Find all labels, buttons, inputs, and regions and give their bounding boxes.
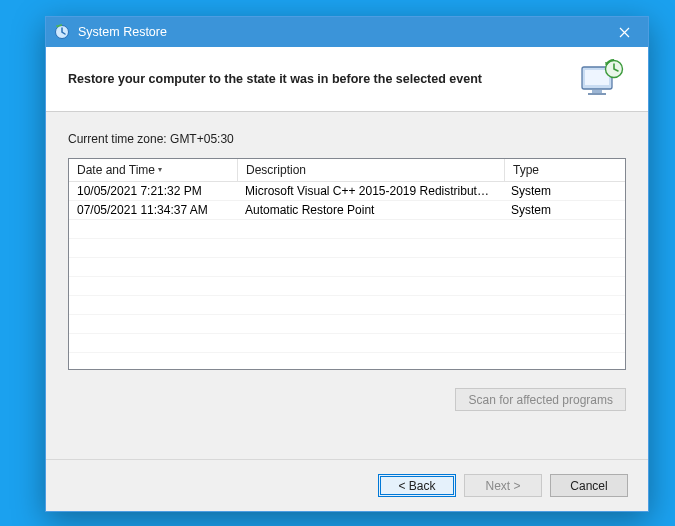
table-row[interactable]: 07/05/2021 11:34:37 AM Automatic Restore… bbox=[69, 201, 625, 220]
titlebar: System Restore bbox=[46, 17, 648, 47]
cancel-button[interactable]: Cancel bbox=[550, 474, 628, 497]
empty-row bbox=[69, 220, 625, 239]
grid-header: Date and Time ▾ Description Type bbox=[69, 159, 625, 182]
wizard-header: Restore your computer to the state it wa… bbox=[46, 47, 648, 111]
system-restore-icon bbox=[54, 24, 70, 40]
system-restore-window: System Restore Restore your computer to … bbox=[45, 16, 649, 512]
cell-type: System bbox=[503, 184, 625, 198]
empty-row bbox=[69, 296, 625, 315]
table-row[interactable]: 10/05/2021 7:21:32 PM Microsoft Visual C… bbox=[69, 182, 625, 201]
empty-row bbox=[69, 334, 625, 353]
empty-row bbox=[69, 239, 625, 258]
scan-affected-programs-button: Scan for affected programs bbox=[455, 388, 626, 411]
cell-desc: Automatic Restore Point bbox=[237, 203, 503, 217]
close-button[interactable] bbox=[602, 17, 646, 47]
column-header-type-label: Type bbox=[513, 163, 539, 177]
column-header-date[interactable]: Date and Time ▾ bbox=[69, 159, 238, 181]
cell-date: 07/05/2021 11:34:37 AM bbox=[69, 203, 237, 217]
svg-rect-3 bbox=[592, 90, 602, 93]
timezone-label: Current time zone: GMT+05:30 bbox=[68, 132, 626, 146]
svg-rect-4 bbox=[588, 93, 606, 95]
wizard-heading: Restore your computer to the state it wa… bbox=[68, 72, 578, 86]
next-button: Next > bbox=[464, 474, 542, 497]
cell-desc: Microsoft Visual C++ 2015-2019 Redistrib… bbox=[237, 184, 503, 198]
column-header-type[interactable]: Type bbox=[505, 159, 625, 181]
cell-date: 10/05/2021 7:21:32 PM bbox=[69, 184, 237, 198]
wizard-body: Current time zone: GMT+05:30 Date and Ti… bbox=[46, 112, 648, 459]
restore-points-grid[interactable]: Date and Time ▾ Description Type 10/05/2… bbox=[68, 158, 626, 370]
back-button[interactable]: < Back bbox=[378, 474, 456, 497]
cell-type: System bbox=[503, 203, 625, 217]
restore-monitor-icon bbox=[578, 59, 626, 99]
empty-row bbox=[69, 353, 625, 370]
column-header-date-label: Date and Time bbox=[77, 163, 155, 177]
empty-row bbox=[69, 258, 625, 277]
empty-row bbox=[69, 277, 625, 296]
sort-descending-icon: ▾ bbox=[158, 165, 162, 174]
column-header-description-label: Description bbox=[246, 163, 306, 177]
wizard-footer: < Back Next > Cancel bbox=[46, 459, 648, 511]
empty-row bbox=[69, 315, 625, 334]
window-title: System Restore bbox=[78, 25, 602, 39]
column-header-description[interactable]: Description bbox=[238, 159, 505, 181]
